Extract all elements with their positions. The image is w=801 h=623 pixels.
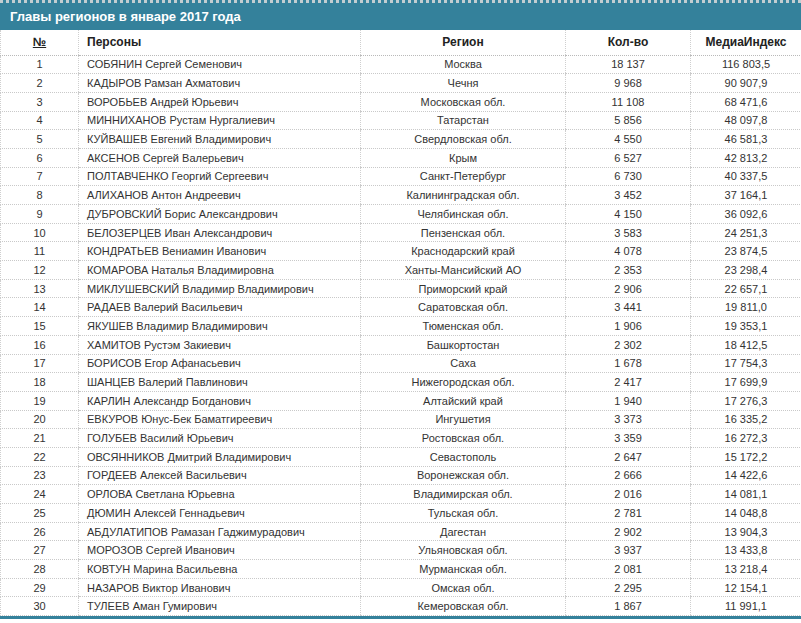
cell-region: Кемеровская обл. — [361, 597, 566, 616]
cell-count: 2 302 — [566, 335, 691, 354]
cell-person: ЕВКУРОВ Юнус-Бек Баматгиреевич — [79, 410, 361, 429]
cell-person: МОРОЗОВ Сергей Иванович — [79, 541, 361, 560]
cell-num: 2 — [1, 74, 79, 93]
table-row: 4МИННИХАНОВ Рустам НургалиевичТатарстан5… — [1, 111, 801, 130]
cell-mediaindex: 23 874,5 — [691, 242, 801, 261]
cell-region: Ульяновская обл. — [361, 541, 566, 560]
cell-region: Санкт-Петербург — [361, 167, 566, 186]
cell-person: АБДУЛАТИПОВ Рамазан Гаджимурадович — [79, 522, 361, 541]
table-row: 1СОБЯНИН Сергей СеменовичМосква18 137116… — [1, 55, 801, 74]
cell-mediaindex: 13 904,3 — [691, 522, 801, 541]
cell-num: 8 — [1, 186, 79, 205]
cell-count: 2 666 — [566, 466, 691, 485]
cell-count: 2 353 — [566, 261, 691, 280]
table-row: 23ГОРДЕЕВ Алексей ВасильевичВоронежская … — [1, 466, 801, 485]
cell-person: ШАНЦЕВ Валерий Павлинович — [79, 373, 361, 392]
cell-person: РАДАЕВ Валерий Васильевич — [79, 298, 361, 317]
cell-num: 16 — [1, 335, 79, 354]
cell-num: 22 — [1, 447, 79, 466]
cell-count: 3 359 — [566, 429, 691, 448]
cell-mediaindex: 23 298,4 — [691, 261, 801, 280]
cell-num: 23 — [1, 466, 79, 485]
cell-count: 2 902 — [566, 522, 691, 541]
table-row: 24ОРЛОВА Светлана ЮрьевнаВладимирская об… — [1, 485, 801, 504]
table-row: 9ДУБРОВСКИЙ Борис АлександровичЧелябинск… — [1, 205, 801, 224]
cell-count: 11 108 — [566, 92, 691, 111]
cell-mediaindex: 14 422,6 — [691, 466, 801, 485]
table-row: 12КОМАРОВА Наталья ВладимировнаХанты-Ман… — [1, 261, 801, 280]
cell-count: 5 856 — [566, 111, 691, 130]
cell-num: 25 — [1, 504, 79, 523]
cell-person: ОВСЯННИКОВ Дмитрий Владимирович — [79, 447, 361, 466]
cell-count: 3 583 — [566, 223, 691, 242]
table-row: 6АКСЕНОВ Сергей ВалерьевичКрым6 52742 81… — [1, 148, 801, 167]
cell-num: 28 — [1, 560, 79, 579]
cell-region: Чечня — [361, 74, 566, 93]
cell-person: БЕЛОЗЕРЦЕВ Иван Александрович — [79, 223, 361, 242]
column-header-count: Кол-во — [566, 30, 691, 55]
column-header-person: Персоны — [79, 30, 361, 55]
cell-mediaindex: 17 699,9 — [691, 373, 801, 392]
cell-person: ОРЛОВА Светлана Юрьевна — [79, 485, 361, 504]
cell-mediaindex: 16 335,2 — [691, 410, 801, 429]
table-row: 22ОВСЯННИКОВ Дмитрий ВладимировичСевасто… — [1, 447, 801, 466]
cell-region: Тульская обл. — [361, 504, 566, 523]
cell-mediaindex: 13 218,4 — [691, 560, 801, 579]
cell-num: 14 — [1, 298, 79, 317]
cell-mediaindex: 37 164,1 — [691, 186, 801, 205]
cell-person: СОБЯНИН Сергей Семенович — [79, 55, 361, 74]
table-body: 1СОБЯНИН Сергей СеменовичМосква18 137116… — [1, 55, 801, 616]
cell-region: Омская обл. — [361, 578, 566, 597]
table-row: 21ГОЛУБЕВ Василий ЮрьевичРостовская обл.… — [1, 429, 801, 448]
cell-count: 2 647 — [566, 447, 691, 466]
cell-num: 3 — [1, 92, 79, 111]
cell-region: Мурманская обл. — [361, 560, 566, 579]
cell-count: 3 452 — [566, 186, 691, 205]
cell-region: Ингушетия — [361, 410, 566, 429]
cell-region: Нижегородская обл. — [361, 373, 566, 392]
cell-num: 27 — [1, 541, 79, 560]
table-header-row: № Персоны Регион Кол-во МедиаИндекс — [1, 30, 801, 55]
table-row: 20ЕВКУРОВ Юнус-Бек БаматгиреевичИнгушети… — [1, 410, 801, 429]
cell-mediaindex: 19 353,1 — [691, 317, 801, 336]
cell-region: Дагестан — [361, 522, 566, 541]
cell-mediaindex: 68 471,6 — [691, 92, 801, 111]
cell-mediaindex: 24 251,3 — [691, 223, 801, 242]
column-header-mediaindex: МедиаИндекс — [691, 30, 801, 55]
cell-num: 30 — [1, 597, 79, 616]
cell-region: Ханты-Мансийский АО — [361, 261, 566, 280]
cell-person: ПОЛТАВЧЕНКО Георгий Сергеевич — [79, 167, 361, 186]
cell-person: НАЗАРОВ Виктор Иванович — [79, 578, 361, 597]
cell-mediaindex: 46 581,3 — [691, 130, 801, 149]
cell-mediaindex: 36 092,6 — [691, 205, 801, 224]
cell-count: 1 678 — [566, 354, 691, 373]
table-row: 7ПОЛТАВЧЕНКО Георгий СергеевичСанкт-Пете… — [1, 167, 801, 186]
column-header-num[interactable]: № — [1, 30, 79, 55]
cell-person: ЯКУШЕВ Владимир Владимирович — [79, 317, 361, 336]
cell-num: 29 — [1, 578, 79, 597]
cell-num: 10 — [1, 223, 79, 242]
cell-count: 1 867 — [566, 597, 691, 616]
cell-person: КАРЛИН Александр Богданович — [79, 391, 361, 410]
cell-num: 12 — [1, 261, 79, 280]
cell-mediaindex: 16 272,3 — [691, 429, 801, 448]
cell-person: ГОЛУБЕВ Василий Юрьевич — [79, 429, 361, 448]
page-title: Главы регионов в январе 2017 года — [0, 0, 801, 30]
cell-region: Алтайский край — [361, 391, 566, 410]
cell-region: Приморский край — [361, 279, 566, 298]
cell-mediaindex: 13 433,8 — [691, 541, 801, 560]
table-header: № Персоны Регион Кол-во МедиаИндекс — [1, 30, 801, 55]
cell-region: Калининградская обл. — [361, 186, 566, 205]
cell-count: 2 295 — [566, 578, 691, 597]
cell-person: КОМАРОВА Наталья Владимировна — [79, 261, 361, 280]
cell-mediaindex: 40 337,5 — [691, 167, 801, 186]
cell-mediaindex: 15 172,2 — [691, 447, 801, 466]
table-row: 5КУЙВАШЕВ Евгений ВладимировичСвердловск… — [1, 130, 801, 149]
table-row: 26АБДУЛАТИПОВ Рамазан ГаджимурадовичДаге… — [1, 522, 801, 541]
cell-mediaindex: 17 754,3 — [691, 354, 801, 373]
cell-person: КОНДРАТЬЕВ Вениамин Иванович — [79, 242, 361, 261]
cell-count: 4 550 — [566, 130, 691, 149]
cell-num: 6 — [1, 148, 79, 167]
cell-mediaindex: 11 991,1 — [691, 597, 801, 616]
table-row: 13МИКЛУШЕВСКИЙ Владимир ВладимировичПрим… — [1, 279, 801, 298]
